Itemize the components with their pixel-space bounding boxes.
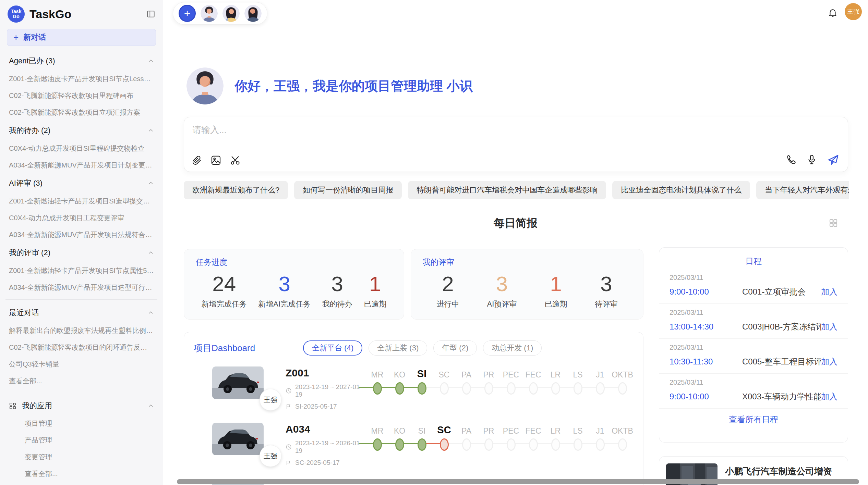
- sidebar-collapse-icon[interactable]: [146, 10, 155, 18]
- milestone-dot: [462, 438, 471, 451]
- join-link[interactable]: 加入: [821, 391, 837, 402]
- schedule-title: 日程: [659, 248, 848, 269]
- daily-briefing-title: 每日简报: [163, 216, 868, 231]
- my-cloud-space[interactable]: 我的云空间: [4, 482, 159, 485]
- dashboard-title: 项目Dashboard: [194, 342, 255, 354]
- project-code: A034: [286, 423, 365, 435]
- chevron-up-icon[interactable]: [148, 180, 154, 186]
- milestone-dot: [529, 382, 538, 395]
- view-all-schedule-link[interactable]: 查看所有日程: [659, 409, 848, 425]
- sidebar-item[interactable]: C0X4-动力总成开发项目SI里程碑提交物检查: [4, 140, 159, 157]
- join-link[interactable]: 加入: [821, 321, 837, 332]
- suggestion-chip[interactable]: 比亚迪全固态电池计划具体说了什么: [612, 181, 750, 199]
- user-avatar[interactable]: 王强: [845, 3, 862, 20]
- scissors-icon[interactable]: [229, 154, 241, 166]
- recent-chat-item[interactable]: 解释最新出台的欧盟报废车法规再生塑料比例被调至15%...: [4, 322, 159, 339]
- phone-call-icon[interactable]: [785, 154, 797, 165]
- sidebar-item[interactable]: Z001-全新燃油轻卡产品开发项目SI造型提交物评审: [4, 193, 159, 210]
- join-link[interactable]: 加入: [821, 286, 837, 297]
- milestone-timeline: MR KO SI SC PA PR PEC FEC LR LS J1 OKTB: [366, 421, 634, 451]
- chevron-up-icon[interactable]: [148, 250, 154, 256]
- chevron-up-icon[interactable]: [148, 58, 154, 64]
- filter-new-platform[interactable]: 全新平台 (4): [303, 340, 362, 356]
- add-contact-button[interactable]: +: [179, 5, 196, 22]
- event-time: 9:00-10:00: [670, 392, 742, 401]
- chevron-up-icon[interactable]: [148, 403, 154, 409]
- project-row-z001[interactable]: 王强 Z001 2023-12-19 ~ 2027-01-19 SI-2025-…: [184, 359, 643, 415]
- suggestion-chip[interactable]: 如何写一份清晰的项目周报: [294, 181, 402, 199]
- image-upload-icon[interactable]: [210, 154, 222, 166]
- section-header-my-todo[interactable]: 我的待办 (2): [4, 121, 159, 140]
- milestone-dot: [507, 438, 516, 451]
- project-row-a034[interactable]: 王强 A034 2023-12-19 ~ 2026-01-19 SC-2025-…: [184, 415, 643, 471]
- my-review-card: 我的评审 2进行中 3AI预评审 1已逾期 3待评审: [411, 249, 643, 320]
- event-date: 2025/03/11: [670, 309, 837, 316]
- contact-avatar-2[interactable]: [222, 5, 240, 22]
- filter-model-year[interactable]: 年型 (2): [433, 340, 477, 356]
- milestone-dot: [574, 438, 582, 451]
- apps-grid-icon: [9, 402, 16, 410]
- sidebar-item[interactable]: C0X4-动力总成开发项目工程变更评审: [4, 210, 159, 226]
- layout-grid-icon[interactable]: [828, 218, 839, 228]
- app-item[interactable]: 变更管理: [4, 449, 159, 465]
- project-dates: 2023-12-19 ~ 2027-01-19: [286, 383, 365, 398]
- suggestion-chip[interactable]: 特朗普可能对进口汽车增税会对中国车企造成哪些影响: [408, 181, 606, 199]
- recent-chat-item[interactable]: 公司Q3轻卡销量: [4, 356, 159, 373]
- recent-chat-item[interactable]: C02-飞腾新能源轻客改款项目的闭环通告反馈情况: [4, 339, 159, 356]
- event-title: X003-车辆动力学性能验...: [742, 391, 821, 402]
- milestone-dot: [484, 382, 493, 395]
- filter-new-body[interactable]: 全新上装 (3): [369, 340, 427, 356]
- chat-input[interactable]: [192, 125, 741, 135]
- suggestion-chip[interactable]: 欧洲新规最近颁布了什么?: [184, 181, 288, 199]
- greeting-text: 你好，王强，我是你的项目管理助理 小识: [234, 77, 473, 95]
- sidebar-item[interactable]: Z001-全新燃油皮卡产品开发项目SI节点Lesson Learn报告: [4, 71, 159, 87]
- section-header-agent-done[interactable]: Agent已办 (3): [4, 51, 159, 71]
- sidebar: Task Go TaskGo + 新对话 Agent已办 (3) Z001-全新…: [0, 0, 163, 485]
- section-header-my-review[interactable]: 我的评审 (2): [4, 243, 159, 262]
- divider: [5, 393, 157, 393]
- composer-right-tools: [785, 153, 840, 166]
- main-area: + 王强 你好，王强，我是你的项目管理助理 小识: [163, 0, 868, 485]
- suggestion-chip[interactable]: 当下年轻人对汽车外观有怎样的喜好趋势: [756, 181, 849, 199]
- app-item[interactable]: 产品管理: [4, 432, 159, 449]
- milestone-dot: [373, 382, 382, 395]
- sidebar-item[interactable]: C02-飞腾新能源轻客改款项目里程碑画布: [4, 87, 159, 104]
- project-flag: SI-2025-05-17: [286, 403, 365, 410]
- event-time: 13:00-14:30: [670, 322, 742, 332]
- sidebar-item[interactable]: Z001-全新燃油轻卡产品开发项目SI节点属性5D文件评审: [4, 262, 159, 279]
- stat-overdue: 1已逾期: [364, 270, 386, 309]
- notification-bell-icon[interactable]: [828, 8, 838, 18]
- contact-avatar-3[interactable]: [244, 5, 262, 22]
- horizontal-scrollbar[interactable]: [177, 479, 859, 484]
- section-header-recent[interactable]: 最近对话: [4, 303, 159, 322]
- apps-view-all[interactable]: 查看全部...: [4, 465, 159, 482]
- sidebar-item[interactable]: C02-飞腾新能源轻客改款项目立项汇报方案: [4, 104, 159, 121]
- contact-avatar-1[interactable]: [201, 5, 218, 22]
- send-icon[interactable]: [827, 153, 840, 166]
- attachment-icon[interactable]: [191, 154, 203, 166]
- recent-view-all[interactable]: 查看全部...: [4, 373, 159, 389]
- new-chat-button[interactable]: + 新对话: [7, 29, 156, 46]
- microphone-icon[interactable]: [806, 154, 818, 165]
- brand-row: Task Go TaskGo: [3, 0, 159, 27]
- sidebar-item[interactable]: A034-全新新能源MUV产品开发项目法规符合性评审: [4, 226, 159, 243]
- stat-pending-review: 3待评审: [595, 270, 617, 309]
- my-apps-header[interactable]: 我的应用: [4, 397, 159, 415]
- filter-powertrain[interactable]: 动总开发 (1): [483, 340, 542, 356]
- stat-new-done: 24新增完成任务: [202, 270, 247, 309]
- event-time: 9:00-10:00: [670, 287, 742, 297]
- chevron-up-icon[interactable]: [148, 310, 154, 316]
- new-chat-label: 新对话: [23, 32, 46, 42]
- milestone-dot: [596, 438, 605, 451]
- stat-my-todo: 3我的待办: [322, 270, 352, 309]
- app-item[interactable]: 项目管理: [4, 415, 159, 432]
- schedule-event: 2025/03/11 10:30-11:30 C005-整车工程目标评审 加入: [659, 339, 848, 374]
- card-title: 我的评审: [423, 257, 631, 268]
- milestone-dot: [618, 382, 627, 395]
- milestone-dot: [529, 438, 538, 451]
- section-header-ai-review[interactable]: AI评审 (3): [4, 174, 159, 193]
- join-link[interactable]: 加入: [821, 356, 837, 367]
- sidebar-item[interactable]: A034-全新新能源MUV产品开发项目计划变更表编写: [4, 157, 159, 174]
- sidebar-item[interactable]: A034-全新新能源MUV产品开发项目造型可行性评审: [4, 279, 159, 296]
- chevron-up-icon[interactable]: [148, 127, 154, 134]
